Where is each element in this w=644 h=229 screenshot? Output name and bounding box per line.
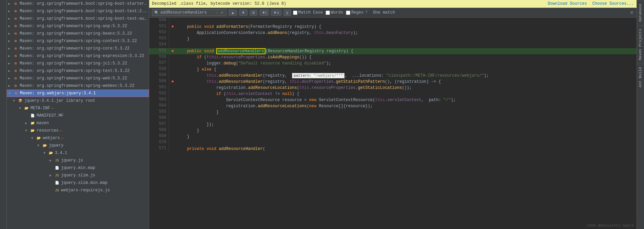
code-content[interactable]: } — [176, 128, 637, 134]
tree-icon-file: 📄 — [30, 113, 35, 118]
tree-icon-maven: m — [13, 8, 18, 14]
right-tab-maven[interactable]: Maven Projects — [637, 25, 644, 63]
code-content[interactable]: if (!this.resourceProperties.isAddMappin… — [176, 54, 637, 60]
match-case-check[interactable]: Match Case — [293, 10, 323, 15]
tree-label-3: Maven: org.springframework:spring-aop:5.… — [20, 24, 127, 28]
tree-item-12[interactable]: ▼mMaven: org.webjars:jquery:3.4.1 — [7, 90, 149, 97]
close-search-button[interactable]: ✕ — [630, 10, 634, 15]
tree-label-7: Maven: org.springframework:spring-expres… — [20, 54, 144, 58]
tree-item-6[interactable]: ▶mMaven: org.springframework:spring-core… — [7, 45, 149, 52]
tree-icon-maven: m — [13, 38, 18, 44]
code-content[interactable]: logger.debug("Default resource handling … — [176, 60, 637, 66]
tree-icon-folder: 📁 — [30, 120, 35, 126]
tree-item-25[interactable]: JSwebjars-requirejs.js — [7, 187, 149, 194]
code-content[interactable]: this.addResourceHandler(registry, patter… — [176, 73, 637, 79]
tree-label-17: resources — [37, 128, 59, 133]
search-options-button[interactable]: ⚙ — [250, 10, 257, 16]
tree-item-18[interactable]: ▼📂webjars ← — [7, 134, 149, 142]
gutter-indicator — [169, 121, 176, 128]
code-content[interactable] — [176, 115, 637, 121]
code-row: 561 registration.addResourceLocations(th… — [149, 85, 637, 91]
line-number: 559 — [149, 73, 169, 79]
code-content[interactable]: this.addResourceHandler(registry, this.m… — [176, 79, 637, 85]
tree-item-11[interactable]: ▶mMaven: org.springframework:spring-webm… — [7, 82, 149, 90]
code-content[interactable]: private void addResourceHandler( — [176, 146, 637, 152]
tree-item-8[interactable]: ▶mMaven: org.springframework:spring-jcl:… — [7, 60, 149, 67]
gutter-indicator — [169, 103, 176, 109]
code-content[interactable] — [176, 42, 637, 48]
tree-item-19[interactable]: ▼📂jquery — [7, 142, 149, 149]
words-check[interactable]: Words — [326, 10, 343, 15]
tree-item-16[interactable]: ▶📁maven — [7, 119, 149, 127]
regex-input[interactable] — [346, 11, 350, 15]
tree-item-5[interactable]: ▶mMaven: org.springframework:spring-cont… — [7, 37, 149, 45]
code-content[interactable]: ServletContextResource resource = new Se… — [176, 97, 637, 103]
regex-check[interactable]: Regex ? — [346, 10, 368, 15]
tree-arrow-4: ▶ — [8, 32, 13, 36]
tree-item-10[interactable]: ▶mMaven: org.springframework:spring-web:… — [7, 75, 149, 82]
tree-arrow-18: ▼ — [31, 136, 36, 140]
words-label: Words — [331, 10, 343, 15]
code-content[interactable]: } — [176, 109, 637, 115]
code-content[interactable] — [176, 18, 637, 24]
code-content[interactable]: registration.addResourceLocations(new Re… — [176, 103, 637, 109]
tree-icon-maven: m — [13, 1, 18, 6]
tree-item-24[interactable]: 📄jquery.slim.min.map — [7, 179, 149, 187]
tree-arrow-21: ▶ — [50, 158, 54, 163]
tree-item-1[interactable]: ▶mMaven: org.springframework.boot:spring… — [7, 7, 149, 15]
gutter-indicator — [169, 115, 176, 121]
tree-label-0: Maven: org.springframework.boot:spring-b… — [20, 1, 148, 6]
search-funnel-button[interactable]: ⧖ — [284, 9, 291, 16]
watermark: CSDN @Daniel521-Spark — [587, 224, 634, 228]
right-tab-database[interactable]: Database — [637, 0, 644, 25]
tree-item-15[interactable]: 📄MANIFEST.MF — [7, 112, 149, 119]
code-content[interactable]: registration.addResourceLocations(this.r… — [176, 85, 637, 91]
code-content[interactable] — [176, 140, 637, 146]
tree-item-9[interactable]: ▶mMaven: org.springframework:spring-test… — [7, 67, 149, 75]
tree-item-17[interactable]: ▼📂resources ← — [7, 127, 149, 134]
gutter-indicator — [169, 134, 176, 140]
tree-item-23[interactable]: ▶JSjquery.slim.js — [7, 172, 149, 179]
tree-item-13[interactable]: ▼📦jquery-3.4.1.jar library root — [7, 97, 149, 104]
code-content[interactable]: if (this.servletContext != null) { — [176, 91, 637, 97]
tree-item-0[interactable]: ▶mMaven: org.springframework.boot:spring… — [7, 0, 149, 7]
code-content[interactable]: } — [176, 36, 637, 42]
tree-item-22[interactable]: 📄jquery.min.map — [7, 164, 149, 172]
download-sources-link[interactable]: Download Sources — [548, 1, 587, 6]
search-prev-button[interactable]: ▲ — [229, 9, 237, 16]
tree-icon-folder: 📂 — [24, 106, 29, 111]
match-case-input[interactable] — [293, 11, 297, 15]
words-input[interactable] — [326, 11, 330, 15]
tree-label-20: 3.4.1 — [55, 151, 67, 155]
search-input[interactable] — [160, 10, 215, 15]
left-tab-label[interactable] — [0, 0, 6, 7]
breakpoint-dot: ● — [171, 24, 174, 29]
code-editor[interactable]: 550551● public void addFormatters(Format… — [149, 18, 637, 229]
tree-icon-js: JS — [54, 188, 60, 193]
code-content[interactable]: ApplicationConversionService.addBeans(re… — [176, 30, 637, 36]
search-filter2-button[interactable]: ▼≡ — [271, 9, 281, 16]
choose-sources-link[interactable]: Choose Sources... — [592, 1, 634, 6]
tree-item-3[interactable]: ▶mMaven: org.springframework:spring-aop:… — [7, 22, 149, 30]
tree-item-4[interactable]: ▶mMaven: org.springframework:spring-bean… — [7, 30, 149, 37]
tree-arrow-1: ▶ — [8, 9, 13, 13]
code-content[interactable]: public void addResourceHandlers(Resource… — [176, 48, 637, 54]
right-tab-ant[interactable]: Ant Build — [637, 63, 644, 91]
code-content[interactable]: } else { — [176, 66, 637, 73]
code-content[interactable]: public void addFormatters(FormatterRegis… — [176, 24, 637, 30]
code-content[interactable]: } — [176, 134, 637, 140]
code-content[interactable]: }); — [176, 121, 637, 128]
tree-item-14[interactable]: ▼📂META-INF ← — [7, 104, 149, 112]
search-clear-right[interactable]: ✕ — [220, 11, 224, 15]
tree-item-7[interactable]: ▶mMaven: org.springframework:spring-expr… — [7, 52, 149, 60]
tree-icon-maven: m — [13, 83, 18, 89]
tree-item-20[interactable]: ▼📂3.4.1 — [7, 149, 149, 157]
line-number: 564 — [149, 103, 169, 109]
tree-item-2[interactable]: ▶mMaven: org.springframework.boot:spring… — [7, 15, 149, 22]
search-clear-left[interactable]: ← — [215, 11, 220, 15]
tree-label-10: Maven: org.springframework:spring-web:5.… — [20, 76, 127, 81]
search-filter-button[interactable]: ▼| — [259, 9, 269, 16]
search-next-button[interactable]: ▼ — [239, 9, 248, 16]
code-row: 557 logger.debug("Default resource handl… — [149, 60, 637, 66]
tree-item-21[interactable]: ▶JSjquery.js — [7, 157, 149, 164]
